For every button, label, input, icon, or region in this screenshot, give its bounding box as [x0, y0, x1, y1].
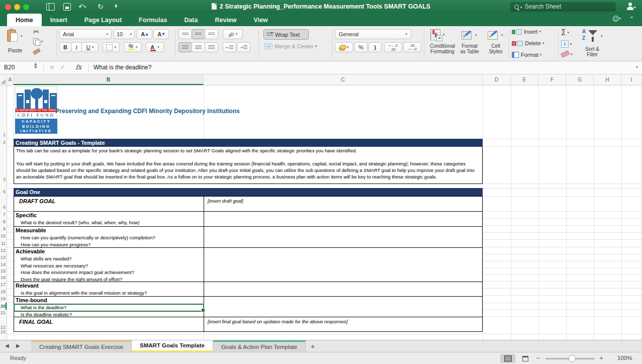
fill-button[interactable]: ↓▾: [561, 40, 572, 48]
format-cells-button[interactable]: Format▾: [512, 52, 541, 58]
align-center-button[interactable]: [192, 42, 205, 52]
zoom-slider[interactable]: [545, 358, 595, 359]
section-answer-cell[interactable]: [204, 212, 482, 226]
column-header-D[interactable]: D: [483, 74, 511, 85]
row-header-19[interactable]: 19: [1, 296, 6, 301]
copy-icon[interactable]: ▾: [33, 38, 43, 45]
section-question[interactable]: Is the deadline realistic?: [14, 311, 204, 318]
row-header-5[interactable]: 5: [3, 189, 6, 194]
orientation-button[interactable]: ab▾: [223, 29, 243, 39]
conditional-formatting-label[interactable]: ConditionalFormatting: [426, 43, 458, 54]
cell-styles-label[interactable]: CellStyles: [485, 43, 507, 54]
section-question[interactable]: How can you measure progress?: [14, 241, 204, 248]
sheet-tab-smart-goals-template[interactable]: SMART Goals Template: [132, 340, 213, 352]
zoom-out-button[interactable]: −: [536, 354, 540, 362]
insert-function-icon[interactable]: fx: [75, 63, 81, 71]
column-header-C[interactable]: C: [204, 74, 483, 85]
borders-button[interactable]: ▾: [103, 42, 120, 52]
row-header-21[interactable]: 21: [1, 310, 6, 315]
normal-view-button[interactable]: [500, 354, 515, 363]
delete-cells-button[interactable]: ×Delete▾: [512, 40, 544, 46]
number-format-select[interactable]: General▾: [335, 29, 411, 39]
tab-review[interactable]: Review: [206, 14, 245, 26]
final-goal-label-cell[interactable]: FINAL GOAL: [14, 317, 204, 331]
sort-filter-label[interactable]: Sort &Filter: [578, 46, 606, 57]
column-header-E[interactable]: E: [511, 74, 538, 85]
prev-sheet-icon[interactable]: ◀: [5, 343, 9, 348]
section-title[interactable]: Achievable: [14, 248, 204, 255]
row-header-13[interactable]: 13: [1, 255, 6, 260]
wrap-text-button[interactable]: ↩ Wrap Text: [263, 29, 309, 40]
share-icon[interactable]: +: [627, 3, 635, 12]
cancel-icon[interactable]: ×: [49, 63, 55, 71]
tab-view[interactable]: View: [245, 14, 277, 26]
column-header-G[interactable]: G: [566, 74, 594, 85]
undo-icon[interactable]: ↶▾: [78, 2, 86, 12]
row-header-9[interactable]: 9: [3, 226, 6, 231]
column-header-A[interactable]: A: [7, 74, 14, 85]
section-question[interactable]: What skills are needed?: [14, 255, 204, 262]
align-top-button[interactable]: [178, 29, 192, 39]
merge-center-button[interactable]: ↔ Merge & Center▾: [264, 43, 317, 49]
draft-goal-label-cell[interactable]: DRAFT GOAL: [14, 197, 204, 211]
selected-cell-b20[interactable]: What is the deadline?: [14, 304, 204, 311]
font-color-button[interactable]: A▾: [146, 42, 164, 52]
name-box-stepper[interactable]: ▲▼: [34, 62, 37, 69]
page-layout-view-button[interactable]: [518, 354, 533, 363]
select-all-corner[interactable]: [0, 74, 7, 85]
format-as-table-icon[interactable]: ▾: [462, 30, 477, 40]
section-question[interactable]: What is the desired result? (who, what, …: [14, 219, 204, 226]
format-as-table-label[interactable]: Formatas Table: [457, 43, 482, 54]
row-header-2[interactable]: 2: [3, 140, 6, 145]
increase-indent-button[interactable]: →: [237, 42, 250, 52]
section-question[interactable]: What resources are necessary?: [14, 262, 204, 269]
save-icon[interactable]: [63, 3, 71, 11]
row-header-12[interactable]: 12: [1, 248, 6, 253]
section-question[interactable]: Does the goal require the right amount o…: [14, 276, 204, 283]
zoom-in-button[interactable]: +: [599, 354, 603, 362]
section-question[interactable]: Is the goal in alignment with the overal…: [14, 290, 204, 297]
cut-icon[interactable]: ✂: [33, 28, 39, 36]
font-name-select[interactable]: Arial▾: [59, 29, 112, 39]
column-header-I[interactable]: I: [621, 74, 642, 85]
align-right-button[interactable]: [205, 42, 218, 52]
expand-formula-bar-icon[interactable]: ▾: [636, 65, 638, 69]
enter-icon[interactable]: ✓: [60, 63, 65, 70]
tab-home[interactable]: Home: [7, 14, 42, 26]
accounting-format-button[interactable]: ▾: [335, 42, 353, 52]
column-header-H[interactable]: H: [594, 74, 621, 85]
redo-icon[interactable]: ↻: [98, 2, 104, 11]
fill-handle[interactable]: [201, 308, 205, 312]
sort-filter-button[interactable]: A Z ▾: [582, 29, 603, 44]
comma-style-button[interactable]: ): [369, 42, 382, 52]
row-header-20[interactable]: 20: [1, 304, 6, 309]
section-title[interactable]: Time-bound: [14, 297, 204, 304]
align-bottom-button[interactable]: [205, 29, 218, 39]
conditional-formatting-icon[interactable]: ≠ ▾: [430, 29, 445, 40]
sheet-tab-goals-action-plan-template[interactable]: Goals & Action Plan Template: [213, 340, 306, 352]
insert-cells-button[interactable]: Insert▾: [512, 29, 541, 35]
row-header-3[interactable]: 3: [3, 177, 6, 182]
align-middle-button[interactable]: [192, 29, 205, 39]
autosum-button[interactable]: Σ▾: [561, 28, 569, 37]
align-left-button[interactable]: [178, 42, 192, 52]
section-title[interactable]: Specific: [14, 212, 204, 219]
goal-one-header-bar[interactable]: Goal One: [14, 188, 483, 196]
tab-data[interactable]: Data: [175, 14, 206, 26]
fill-color-button[interactable]: ▾: [124, 42, 142, 52]
formula-input[interactable]: What is the deadline?: [94, 64, 151, 71]
row-header-17[interactable]: 17: [1, 282, 6, 287]
bold-button[interactable]: B: [59, 42, 71, 52]
decrease-decimal-button[interactable]: .00→→.0: [403, 42, 421, 52]
increase-font-size-button[interactable]: A▲: [137, 29, 152, 39]
sidebar-icon[interactable]: [46, 3, 55, 11]
format-painter-icon[interactable]: [33, 50, 40, 53]
row-header-15[interactable]: 15: [1, 268, 6, 274]
toolbar-options-icon[interactable]: ▾̄: [115, 2, 118, 11]
section-answer-cell[interactable]: [204, 282, 482, 296]
zoom-slider-handle[interactable]: [569, 355, 576, 362]
font-size-select[interactable]: 10▾: [114, 29, 135, 39]
minimize-window-button[interactable]: [14, 4, 20, 10]
sheet-grid[interactable]: 123567891011121314151617181920212223 US …: [0, 85, 642, 340]
paste-button[interactable]: ▾: [7, 29, 23, 44]
